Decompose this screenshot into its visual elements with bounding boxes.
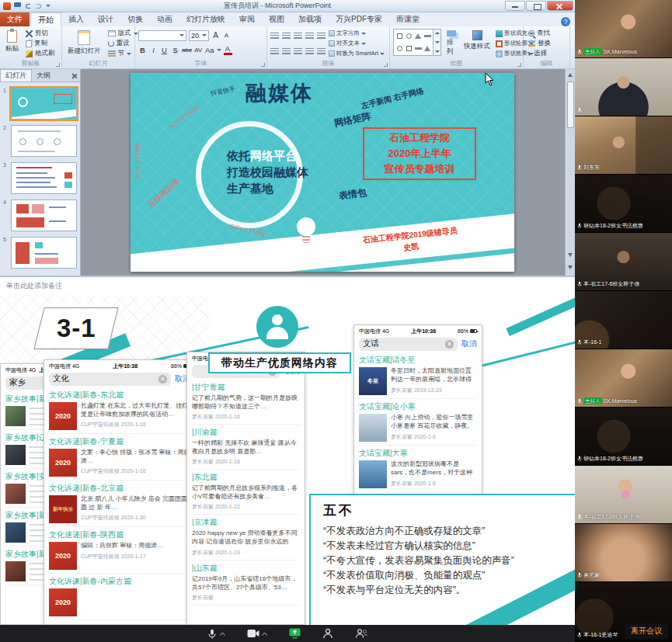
slide-word-rongmeiti[interactable]: 融媒体 (245, 79, 313, 107)
slide-thumbnail-3[interactable] (11, 162, 77, 194)
chevron-up-icon[interactable] (220, 632, 225, 636)
slide-word-solution[interactable]: SOLUTION (134, 142, 141, 178)
italic-button[interactable]: I (149, 45, 158, 55)
bullets-icon[interactable] (270, 33, 279, 40)
close-button[interactable] (547, 1, 573, 11)
save-icon[interactable] (14, 2, 21, 9)
shrink-font-button[interactable]: A (222, 30, 231, 40)
panel-close-icon[interactable] (70, 71, 78, 80)
panel-tab-outline[interactable]: 大纲 (32, 70, 55, 82)
minimize-button[interactable] (505, 1, 525, 11)
vertical-scrollbar[interactable] (565, 69, 575, 276)
slide-thumbnail-4[interactable] (11, 200, 77, 231)
text-direction-button[interactable]: 文字方向 (329, 29, 385, 38)
scroll-up-icon[interactable] (568, 73, 573, 77)
dialog-launcher-icon[interactable] (261, 63, 265, 67)
share-screen-button[interactable] (289, 628, 301, 639)
format-painter-button[interactable]: 格式刷 (24, 49, 57, 58)
new-slide-button[interactable]: 新建幻灯片 (65, 29, 103, 58)
participant-video[interactable]: 吴艺蒙 (575, 524, 672, 582)
notes-placeholder[interactable]: 单击此处添加备注 (0, 276, 575, 295)
article-item[interactable]: 文化诉递|新春-宁夏篇 2020 文案：李心怡 排版：张冰雪 审核：周德涛…CU… (49, 434, 190, 481)
quick-styles-button[interactable]: 快速样式 (461, 29, 493, 58)
slide-canvas[interactable]: 融媒体 抖音快手 左手新闻 右手网络 网络矩阵 表情包 互联网思维 SOLUTI… (131, 73, 514, 272)
dialog-launcher-icon[interactable] (384, 63, 388, 67)
video-button[interactable] (247, 629, 267, 638)
tab-file[interactable]: 文件 (0, 12, 30, 26)
replace-button[interactable]: 替换 (527, 39, 552, 48)
shapes-gallery-scroll[interactable] (433, 29, 441, 56)
character-spacing-button[interactable]: AV (194, 45, 203, 55)
font-size-select[interactable]: 20 (189, 30, 209, 41)
underline-button[interactable]: U (160, 45, 169, 55)
slide-thumbnail-2[interactable] (11, 125, 77, 157)
article-item[interactable]: |山东篇 记2019年9月，山东省辖16个地级市，共57个市辖区、27个县级市、… (192, 560, 300, 606)
grow-font-button[interactable]: A (211, 30, 220, 40)
article-item[interactable]: 文化诉谏|新春-内蒙古篇 2020 (49, 574, 190, 620)
article-item[interactable]: 文话宝藏|论小寒 小寒 向上滑动，迎你一场雪里 小寒暑寒 百花尽收藏，静夜。梦亦… (359, 399, 477, 446)
article-item[interactable]: 文化诉递|新春-东北篇 2020 扎盏灯笼 在东北，过大年扎灯笼、挂灯笼是让年味… (49, 387, 190, 434)
tab-wanxing-pdf[interactable]: 万兴PDF专家 (329, 12, 389, 26)
smartart-button[interactable]: 转换为 SmartArt (329, 49, 385, 58)
dialog-launcher-icon[interactable] (56, 63, 60, 67)
tab-addins[interactable]: 加载项 (291, 12, 329, 26)
text-shadow-button[interactable]: S (171, 45, 179, 55)
strikethrough-button[interactable]: abc (182, 45, 192, 55)
slide-thumbnail-1[interactable] (11, 88, 77, 120)
participant-video[interactable]: 主持人 SK.Marvelous (575, 0, 672, 58)
article-item[interactable]: |东北篇 记了前两期的月息故乡很系列推送，各小V可爱看咱还有故乡美食… 梦长石窗… (192, 470, 300, 515)
participant-video[interactable]: 研钻井18-2班女书法然蓉 (575, 175, 672, 233)
leave-meeting-button[interactable]: 离开会议 (625, 623, 668, 639)
font-color-button[interactable]: A (224, 45, 232, 55)
scroll-up-icon[interactable] (435, 32, 440, 34)
tab-rain-classroom[interactable]: 雨课堂 (389, 12, 427, 26)
align-text-button[interactable]: 对齐文本 (329, 39, 385, 48)
slide-word-leftnews[interactable]: 左手新闻 右手网络 (360, 85, 426, 112)
tab-animations[interactable]: 动画 (150, 12, 179, 26)
scroll-down-icon[interactable] (435, 41, 440, 43)
participant-video[interactable]: 主持人 SK.Marvelous (575, 349, 672, 408)
next-slide-icon[interactable] (568, 265, 573, 269)
dialog-launcher-icon[interactable] (517, 63, 521, 67)
slide-main-title[interactable]: 依托网络平台 打造校园融媒体 生产基地 (227, 147, 308, 196)
article-item[interactable]: |川渝篇 一样的精彩 无辣不欢 麻辣烫宴 露从今夜白月是故乡明 最是那… 梦长石… (192, 425, 300, 470)
tab-transitions[interactable]: 切换 (120, 12, 150, 26)
slide-thumbnail-5[interactable] (11, 237, 77, 269)
decrease-indent-icon[interactable] (294, 33, 302, 40)
clear-icon[interactable] (158, 375, 167, 383)
maximize-button[interactable] (526, 1, 546, 11)
participant-video[interactable]: 本-16-1 (575, 291, 672, 349)
manage-members-button[interactable] (355, 628, 368, 639)
tab-home[interactable]: 开始 (30, 12, 61, 26)
copy-button[interactable]: 复制 (24, 39, 57, 48)
paste-button[interactable]: 粘贴 (3, 29, 21, 58)
select-button[interactable]: 选择 (527, 49, 552, 58)
gallery-more-icon[interactable] (435, 50, 440, 53)
bold-button[interactable]: B (138, 45, 147, 55)
panel-tab-slides[interactable]: 幻灯片 (0, 69, 32, 82)
tab-slideshow[interactable]: 幻灯片放映 (179, 12, 232, 26)
shapes-gallery[interactable] (393, 29, 433, 56)
numbering-icon[interactable] (282, 33, 291, 40)
line-spacing-icon[interactable] (317, 33, 326, 40)
participant-video[interactable]: 研钻井18-2班女书法然蓉 (575, 408, 672, 466)
slide-word-solution[interactable]: SOLUTION (168, 103, 201, 130)
tab-insert[interactable]: 插入 (61, 12, 91, 26)
article-item[interactable]: |京津篇 2020 happy new ye 滑动查看更多不同内容 记你途说在你… (192, 515, 300, 560)
align-center-icon[interactable] (282, 48, 291, 56)
change-case-button[interactable]: Aa (205, 45, 214, 55)
search-input[interactable]: 文化 (49, 373, 171, 386)
participant-video[interactable]: 本-石工17-6班女林子倩 (575, 466, 672, 524)
find-button[interactable]: 查找 (527, 29, 552, 38)
align-left-icon[interactable] (270, 48, 279, 56)
article-item[interactable]: |甘宁青篇 记了前几期的气势，这一期的月是放映哪部期待？不知道这三个… 梦长石窗… (192, 380, 300, 425)
article-item[interactable]: 文话宝藏|话冬至 冬至 冬至日时，太阳直射地面位置到达一年的最南端，北半球得到的… (359, 352, 477, 399)
tab-design[interactable]: 设计 (91, 12, 120, 26)
article-item[interactable]: 文化诉递|新春-北京篇 新年快乐 北京 腊八儿 小年儿除夕 庙会 完圆团圆圆 过… (49, 481, 190, 527)
chevron-up-icon[interactable] (262, 632, 267, 636)
slide-word-meme[interactable]: 表情包 (338, 186, 367, 203)
cancel-button[interactable]: 取消 (461, 338, 477, 349)
participant-video[interactable] (575, 58, 672, 116)
help-icon[interactable]: ? (561, 17, 570, 26)
slide-editing-area[interactable]: 融媒体 抖音快手 左手新闻 右手网络 网络矩阵 表情包 互联网思维 SOLUTI… (81, 69, 575, 276)
